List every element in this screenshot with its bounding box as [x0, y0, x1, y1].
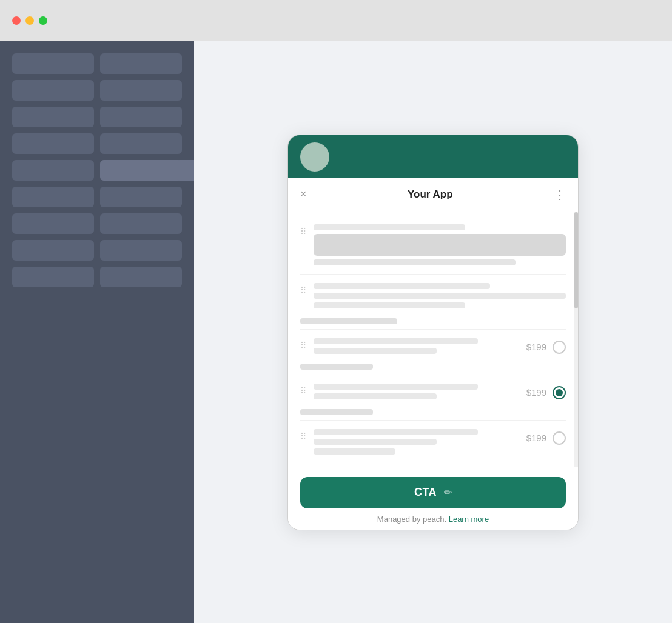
list-item[interactable]: ⠿ $199: [288, 332, 578, 360]
avatar: [300, 142, 329, 172]
divider: [300, 420, 566, 421]
browser-chrome: [0, 0, 672, 41]
section-label-bar: [300, 364, 373, 370]
cta-label: CTA: [414, 486, 437, 499]
item-bar: [314, 448, 395, 455]
main-content: × Your App ⋮ ⠿ ⠿: [0, 41, 672, 623]
sidebar-item[interactable]: [12, 187, 94, 207]
sidebar-item[interactable]: [12, 53, 94, 74]
section-header: [288, 405, 578, 415]
list-item[interactable]: ⠿: [288, 277, 578, 315]
price-label: $199: [526, 387, 546, 398]
sidebar-item-active[interactable]: [100, 160, 182, 181]
sidebar-grid: [12, 53, 182, 287]
cta-area: CTA ✏ Managed by peach. Learn more: [288, 467, 578, 530]
section-label-bar: [300, 409, 373, 415]
scrollbar-track[interactable]: [574, 212, 578, 467]
sidebar-item[interactable]: [100, 267, 182, 287]
sidebar-item[interactable]: [100, 80, 182, 101]
sidebar-item[interactable]: [12, 240, 94, 261]
item-label-bar: [314, 283, 490, 289]
cta-button[interactable]: CTA ✏: [300, 477, 566, 508]
sidebar: [0, 41, 194, 623]
list-item-content: [314, 283, 566, 308]
item-bar: [314, 384, 478, 390]
divider: [300, 375, 566, 375]
edit-icon: ✏: [444, 487, 452, 498]
modal-header: × Your App ⋮: [288, 178, 578, 212]
sidebar-item[interactable]: [12, 80, 94, 101]
list-item[interactable]: ⠿: [288, 218, 578, 272]
list-item-right: $199: [526, 386, 566, 399]
item-selected-bar: [314, 234, 566, 256]
modal-body[interactable]: ⠿ ⠿: [288, 212, 578, 467]
tooltip: [176, 160, 194, 181]
price-label: $199: [526, 433, 546, 443]
drag-handle-icon: ⠿: [300, 285, 306, 295]
drag-handle-icon: ⠿: [300, 386, 306, 396]
divider: [300, 329, 566, 330]
section-header: [288, 360, 578, 370]
item-bar: [314, 439, 437, 445]
list-item-content: [314, 429, 519, 455]
sidebar-item[interactable]: [100, 53, 182, 74]
more-options-icon[interactable]: ⋮: [554, 187, 566, 202]
close-icon[interactable]: ×: [300, 188, 307, 201]
drag-handle-icon: ⠿: [300, 227, 306, 236]
item-sub-bar: [314, 259, 516, 265]
item-label-bar: [314, 224, 465, 230]
list-item-content: [314, 224, 566, 265]
managed-text: Managed by peach. Learn more: [300, 515, 566, 524]
sidebar-item[interactable]: [100, 240, 182, 261]
section-header: [288, 315, 578, 324]
item-bar: [314, 348, 437, 354]
radio-button[interactable]: [553, 431, 566, 445]
list-item[interactable]: ⠿ $199: [288, 378, 578, 405]
sidebar-item[interactable]: [12, 267, 94, 287]
radio-button-selected[interactable]: [553, 386, 566, 399]
sidebar-item[interactable]: [100, 213, 182, 234]
list-item-content: [314, 338, 519, 354]
radio-button[interactable]: [553, 341, 566, 354]
list-item[interactable]: ⠿ $199: [288, 423, 578, 461]
sidebar-item[interactable]: [12, 160, 94, 181]
drag-handle-icon: ⠿: [300, 341, 306, 350]
phone-mockup: × Your App ⋮ ⠿ ⠿: [287, 135, 579, 530]
item-bar: [314, 293, 566, 299]
maximize-button[interactable]: [39, 16, 47, 25]
item-bar: [314, 302, 465, 308]
sidebar-item[interactable]: [12, 133, 94, 154]
sidebar-item[interactable]: [12, 107, 94, 127]
right-content: × Your App ⋮ ⠿ ⠿: [194, 41, 672, 623]
list-item-right: $199: [526, 431, 566, 445]
section-label-bar: [300, 318, 397, 324]
divider: [300, 274, 566, 275]
modal-title: Your App: [408, 188, 453, 201]
sidebar-item[interactable]: [100, 107, 182, 127]
price-label: $199: [526, 342, 546, 352]
item-bar: [314, 393, 437, 399]
list-item-right: $199: [526, 341, 566, 354]
list-item-content: [314, 384, 519, 399]
sidebar-item[interactable]: [100, 187, 182, 207]
sidebar-item[interactable]: [12, 213, 94, 234]
phone-header: [288, 135, 578, 178]
sidebar-item[interactable]: [100, 133, 182, 154]
drag-handle-icon: ⠿: [300, 431, 306, 441]
item-bar: [314, 338, 478, 344]
scrollbar-thumb[interactable]: [574, 212, 578, 309]
learn-more-link[interactable]: Learn more: [449, 515, 489, 524]
managed-by-label: Managed by peach.: [377, 515, 446, 524]
traffic-lights: [12, 16, 47, 25]
close-button[interactable]: [12, 16, 21, 25]
minimize-button[interactable]: [25, 16, 34, 25]
item-bar: [314, 429, 478, 435]
